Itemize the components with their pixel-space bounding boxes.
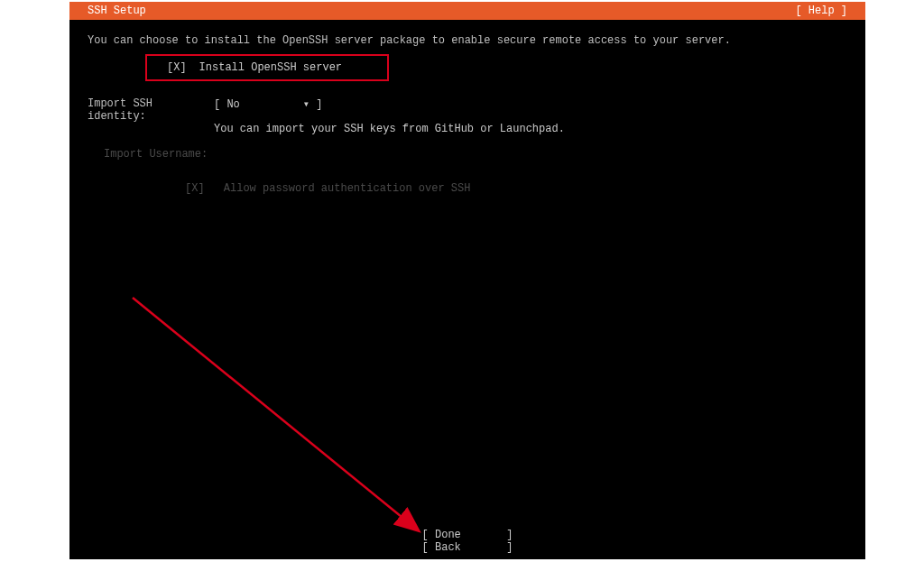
installer-window: SSH Setup [ Help ] You can choose to ins…	[69, 2, 865, 559]
install-openssh-checkbox[interactable]: [X]	[167, 61, 187, 74]
import-username-row: Import Username:	[104, 148, 847, 161]
password-auth-checkbox[interactable]: [X]	[185, 182, 205, 195]
install-openssh-highlight: [X] Install OpenSSH server	[145, 54, 389, 81]
select-value: No	[226, 98, 239, 111]
annotation-arrow	[122, 289, 483, 550]
back-button[interactable]: [ Back ]	[422, 541, 513, 554]
header-bar: SSH Setup [ Help ]	[69, 2, 865, 20]
import-identity-select[interactable]: [ No▾ ]	[214, 97, 322, 123]
import-username-label: Import Username:	[104, 148, 208, 161]
svg-line-1	[133, 298, 416, 529]
import-identity-row: Import SSH identity: [ No▾ ]	[88, 97, 847, 123]
chevron-down-icon: ▾ ]	[303, 98, 323, 111]
help-button[interactable]: [ Help ]	[795, 2, 847, 20]
password-auth-label: Allow password authentication over SSH	[224, 182, 471, 195]
import-identity-label: Import SSH identity:	[88, 97, 214, 123]
content-area: You can choose to install the OpenSSH se…	[69, 20, 865, 204]
intro-text: You can choose to install the OpenSSH se…	[88, 34, 847, 47]
install-openssh-label: Install OpenSSH server	[199, 61, 342, 74]
select-prefix: [	[214, 98, 226, 111]
password-auth-row: [X] Allow password authentication over S…	[185, 182, 847, 195]
import-identity-hint: You can import your SSH keys from GitHub…	[214, 123, 847, 135]
bottom-buttons: [ Done ] [ Back ]	[422, 529, 513, 554]
done-button[interactable]: [ Done ]	[422, 529, 513, 541]
page-title: SSH Setup	[88, 2, 146, 20]
